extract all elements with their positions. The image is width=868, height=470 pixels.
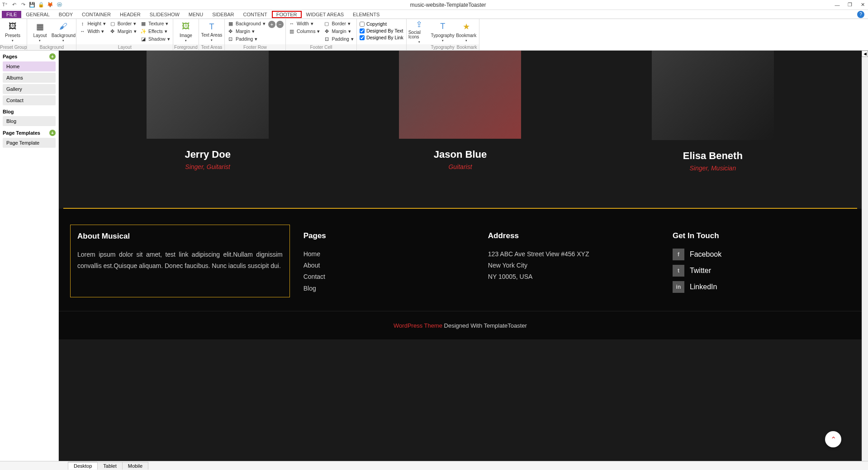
footer-col-about[interactable]: About Musical Lorem ipsum dolor sit amet… (70, 225, 290, 297)
shadow-icon: ◪ (140, 36, 147, 42)
cell-padding-button[interactable]: ⊡Padding ▾ (323, 35, 355, 42)
footer-bottom[interactable]: WordPress Theme Designed With TemplateTo… (59, 311, 862, 339)
menu-tab-body[interactable]: BODY (54, 11, 77, 18)
footer-page-link[interactable]: Contact (304, 271, 474, 282)
add-template-button[interactable]: + (49, 130, 56, 136)
social-icons-button[interactable]: ⇪ Social Icons ▾ (408, 20, 430, 43)
menu-tab-file[interactable]: FILE (2, 11, 21, 18)
row-padding-button[interactable]: ⊡Padding ▾ (227, 35, 266, 42)
band-member-name: Jerry Doe (147, 149, 269, 160)
menu-tab-widget-areas[interactable]: WIDGET AREAS (302, 11, 349, 18)
image-button[interactable]: 🖼 Image ▾ (175, 20, 197, 43)
remove-row-button[interactable]: − (276, 21, 284, 28)
margin-button[interactable]: ✥Margin ▾ (109, 28, 138, 35)
row-margin-button[interactable]: ✥Margin ▾ (227, 28, 266, 35)
device-tab-mobile[interactable]: Mobile (122, 462, 148, 470)
sidebar-item-contact[interactable]: Contact (3, 95, 56, 105)
menu-tab-content[interactable]: CONTENT (239, 11, 272, 18)
width-button[interactable]: ↔Width ▾ (78, 28, 106, 35)
footer-col-address[interactable]: Address 123 ABC Ave Street View #456 XYZ… (488, 231, 659, 297)
band-member-image[interactable] (652, 51, 774, 140)
firefox-icon[interactable]: 🦊 (47, 2, 53, 8)
shadow-button[interactable]: ◪Shadow ▾ (139, 35, 171, 42)
cell-margin-button[interactable]: ✥Margin ▾ (323, 28, 355, 35)
layout-button[interactable]: ▦ Layout ▾ (29, 20, 51, 43)
sidebar-item-home[interactable]: Home (3, 61, 56, 71)
menu-tab-elements[interactable]: ELEMENTS (348, 11, 384, 18)
close-button[interactable]: ✕ (859, 1, 866, 9)
bookmark-button[interactable]: ★ Bookmark ▾ (455, 20, 477, 43)
menu-tab-footer[interactable]: FOOTER (272, 11, 302, 18)
redo-icon[interactable]: ↷ (20, 2, 26, 8)
cell-border-button[interactable]: ▢Border ▾ (323, 20, 355, 27)
chevron-down-icon: ▾ (465, 39, 467, 42)
texture-button[interactable]: ▦Texture ▾ (139, 20, 171, 27)
lock-icon[interactable]: 🔒 (38, 2, 44, 8)
band-member-image[interactable] (147, 51, 269, 139)
device-tab-tablet[interactable]: Tablet (97, 462, 122, 470)
share-icon: ⇪ (414, 19, 425, 29)
footer-col-touch[interactable]: Get In Touch f Facebook t Twitter in Lin… (673, 231, 844, 297)
designed-text-checkbox[interactable]: Designed By Text (359, 28, 404, 34)
sidebar-item-page-template[interactable]: Page Template (3, 138, 56, 148)
address-line: New York City (488, 260, 659, 271)
add-page-button[interactable]: + (49, 53, 56, 60)
templates-header: Page Templates (3, 130, 40, 136)
typography-button[interactable]: T Typography ▾ (432, 20, 454, 43)
menu-tab-sidebar[interactable]: SIDEBAR (208, 11, 238, 18)
menu-tab-menu[interactable]: MENU (184, 11, 208, 18)
sidebar-item-blog[interactable]: Blog (3, 116, 56, 126)
menu-tab-header[interactable]: HEADER (115, 11, 145, 18)
menu-tab-slideshow[interactable]: SLIDESHOW (145, 11, 184, 18)
band-member-name: Jason Blue (399, 149, 521, 160)
device-tabs: Desktop Tablet Mobile (0, 461, 868, 470)
padding-icon: ⊡ (228, 36, 234, 42)
image-label: Image (180, 33, 192, 38)
footer-page-link[interactable]: Home (304, 249, 474, 260)
height-button[interactable]: ↕Height ▾ (78, 20, 106, 27)
designed-link-checkbox[interactable]: Designed By Link (359, 34, 404, 41)
border-icon: ▢ (109, 20, 116, 27)
footer-about-title: About Musical (77, 232, 283, 241)
copyright-checkbox[interactable]: Copyright (359, 21, 404, 27)
menu-tab-general[interactable]: GENERAL (21, 11, 54, 18)
add-row-button[interactable]: + (268, 21, 275, 28)
cell-width-button[interactable]: ↔Width ▾ (288, 20, 321, 27)
font-icon[interactable]: T⁺ (2, 2, 8, 8)
ribbon-group-label: Footer Cell (286, 44, 356, 50)
footer-page-link[interactable]: About (304, 260, 474, 271)
ribbon-group-label: Footer Row (225, 44, 285, 50)
device-tab-desktop[interactable]: Desktop (68, 462, 98, 470)
background-button[interactable]: 🖌 Background ▾ (52, 20, 74, 43)
cell-columns-button[interactable]: ▥Columns ▾ (288, 28, 321, 35)
footer-pages-title: Pages (304, 231, 474, 240)
sidebar-item-albums[interactable]: Albums (3, 73, 56, 83)
presets-button[interactable]: 🖼 Presets ▾ (2, 20, 24, 43)
effects-button[interactable]: ✨Effects ▾ (139, 28, 171, 35)
menu-tab-container[interactable]: CONTAINER (77, 11, 115, 18)
wordpress-theme-link[interactable]: WordPress Theme (394, 322, 442, 329)
collapse-sidebar-button[interactable]: ◀ (862, 51, 868, 57)
row-background-button[interactable]: ▦Background ▾ (227, 20, 266, 27)
save-icon[interactable]: 💾 (29, 2, 35, 8)
footer-col-pages[interactable]: Pages Home About Contact Blog (304, 231, 474, 297)
border-button[interactable]: ▢Border ▾ (109, 20, 138, 27)
undo-icon[interactable]: ↶ (11, 2, 17, 8)
quick-access-toolbar: T⁺ ↶ ↷ 💾 🔒 🦊 ⓦ (2, 2, 62, 8)
footer-touch-title: Get In Touch (673, 231, 844, 240)
text-areas-button[interactable]: T Text Areas ▾ (201, 20, 223, 43)
restore-button[interactable]: ❐ (846, 1, 854, 9)
vertical-scrollbar[interactable] (862, 51, 868, 461)
social-link-linkedin[interactable]: in LinkedIn (673, 281, 844, 293)
sidebar-item-gallery[interactable]: Gallery (3, 84, 56, 94)
social-link-twitter[interactable]: t Twitter (673, 265, 844, 277)
wordpress-icon[interactable]: ⓦ (56, 2, 62, 8)
help-icon[interactable]: ? (857, 11, 864, 18)
band-member-image[interactable] (399, 51, 521, 139)
footer-page-link[interactable]: Blog (304, 283, 474, 294)
design-canvas[interactable]: Jerry Doe Singer, Guitarist Jason Blue G… (59, 51, 862, 461)
minimize-button[interactable]: — (834, 1, 841, 9)
padding-icon: ⊡ (323, 36, 330, 42)
scroll-to-top-button[interactable]: ⌃ (825, 431, 841, 447)
social-link-facebook[interactable]: f Facebook (673, 249, 844, 260)
